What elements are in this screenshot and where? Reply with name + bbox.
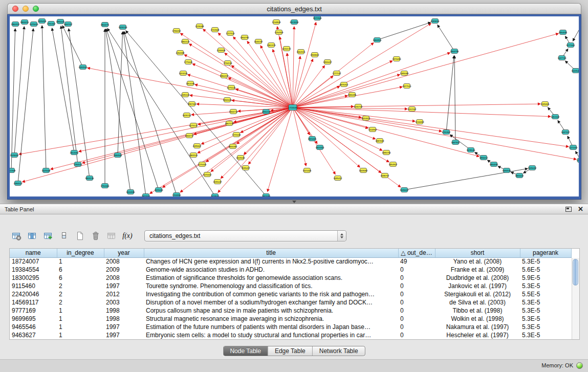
table-cell[interactable]: 1 [57, 315, 104, 323]
network-edge[interactable] [211, 107, 293, 171]
tab-node-table[interactable]: Node Table [223, 346, 268, 356]
table-cell[interactable]: 0 [398, 274, 435, 282]
network-node[interactable]: 7619544 [210, 194, 220, 197]
table-row[interactable]: 946362711997Embryonic stem cells: a mode… [10, 331, 571, 339]
network-edge[interactable] [293, 27, 294, 107]
network-node[interactable]: 1254309 [274, 30, 284, 35]
network-edge[interactable] [218, 107, 293, 192]
network-node[interactable]: 9245032 [528, 166, 537, 170]
network-node[interactable]: 9277401 [566, 43, 575, 48]
network-node[interactable]: 9900487 [228, 144, 237, 149]
network-node[interactable]: 3867212 [225, 121, 234, 126]
network-node[interactable]: 1160742 [354, 104, 363, 109]
network-node[interactable]: 1451542 [551, 115, 560, 119]
network-node[interactable]: 7225402 [203, 172, 212, 177]
table-row[interactable]: 969969511998Structural magnetic resonanc… [10, 315, 571, 323]
table-cell[interactable]: 6 [57, 266, 104, 274]
network-node[interactable]: 2185102 [181, 93, 190, 97]
network-node[interactable]: 7625443 [154, 188, 163, 192]
table-cell[interactable]: Investigating the contribution of common… [144, 290, 398, 298]
table-cell[interactable]: 49 [398, 257, 435, 266]
network-node[interactable]: 1954091 [558, 30, 568, 35]
network-node[interactable]: 1724043 [288, 105, 297, 111]
network-node[interactable]: 1626151 [182, 113, 191, 118]
table-cell[interactable]: 18300295 [10, 274, 57, 282]
table-cell[interactable]: Corpus callosum shape and size in male p… [144, 307, 398, 315]
table-cell[interactable]: Jankovic et al. (1997) [435, 282, 520, 290]
table-cell[interactable]: 9115460 [10, 282, 57, 290]
network-node[interactable]: 1705956 [172, 193, 181, 197]
network-edge[interactable] [293, 87, 402, 107]
table-cell[interactable]: 1 [57, 331, 104, 339]
network-edge[interactable] [206, 107, 293, 162]
network-edge[interactable] [573, 22, 579, 41]
column-header-out_de[interactable]: △ out_de… [398, 249, 435, 257]
network-edge[interactable] [293, 56, 300, 107]
network-edge[interactable] [260, 46, 293, 107]
tab-network-table[interactable]: Network Table [312, 346, 365, 356]
network-node[interactable]: 2060504 [113, 153, 122, 158]
table-cell[interactable]: 5.3E-5 [520, 282, 571, 290]
network-node[interactable]: 1695412 [333, 176, 342, 181]
network-edge[interactable] [123, 32, 146, 196]
network-edge[interactable] [293, 59, 313, 107]
network-edge[interactable] [293, 104, 540, 107]
new-column-icon[interactable] [74, 230, 86, 242]
network-node[interactable]: 1775441 [184, 60, 193, 64]
table-cell[interactable]: 19384554 [10, 266, 57, 274]
network-edge[interactable] [194, 107, 293, 135]
table-row[interactable]: 1456911722003Disruption of a novel membe… [10, 298, 571, 307]
network-node[interactable]: 1754134 [223, 61, 232, 65]
table-cell[interactable]: 2008 [104, 257, 144, 266]
network-edge[interactable] [293, 107, 576, 159]
network-node[interactable]: 1694532 [502, 168, 511, 173]
function-builder-icon[interactable]: f(x) [121, 230, 134, 242]
network-node[interactable]: 2260588 [176, 51, 185, 55]
network-node[interactable]: 1512162 [407, 107, 417, 112]
network-node[interactable]: 4275126 [227, 85, 236, 90]
network-node[interactable]: 1804271 [100, 23, 110, 27]
network-node[interactable]: 1854790 [240, 35, 249, 40]
network-node[interactable]: 1959822 [310, 53, 319, 57]
column-header-pagerank[interactable]: pagerank [520, 249, 571, 257]
column-header-year[interactable]: year [104, 249, 144, 257]
table-cell[interactable]: 0 [398, 307, 435, 315]
table-cell[interactable]: Wolkin et al. (1998) [435, 315, 520, 323]
network-node[interactable]: 1698757 [380, 173, 389, 178]
table-cell[interactable]: 1 [57, 307, 104, 315]
network-edge[interactable] [62, 26, 83, 67]
table-cell[interactable]: 2008 [104, 274, 144, 282]
network-node[interactable]: 1814186 [186, 81, 195, 86]
table-row[interactable]: 911546021997Tourette syndrome. Phenomeno… [10, 282, 571, 290]
network-node[interactable]: 2226088 [195, 24, 204, 29]
table-row[interactable]: 2242004622012Investigating the contribut… [10, 290, 571, 298]
network-node[interactable]: 9905135 [85, 176, 94, 181]
network-node[interactable]: 1097327 [561, 130, 570, 135]
network-node[interactable]: 1027743 [557, 56, 567, 60]
network-node[interactable]: 9245012 [400, 188, 409, 192]
network-node[interactable]: 1643540 [571, 69, 579, 73]
network-node[interactable]: 1864410 [20, 20, 29, 25]
network-edge[interactable] [293, 107, 569, 147]
network-edge[interactable] [184, 55, 293, 107]
network-node[interactable]: 1877510 [402, 84, 411, 89]
network-edge[interactable] [293, 65, 325, 107]
network-node[interactable]: 1646187 [254, 39, 263, 44]
network-node[interactable]: 1777147 [332, 71, 341, 76]
table-cell[interactable]: 0 [398, 323, 435, 331]
network-node[interactable]: 1955427 [323, 60, 332, 64]
network-edge[interactable] [126, 31, 266, 196]
table-cell[interactable]: Yano et al. (2008) [435, 257, 520, 266]
network-edge[interactable] [124, 32, 177, 195]
network-node[interactable]: 1626133 [118, 25, 127, 30]
close-panel-icon[interactable]: ✕ [578, 206, 583, 212]
network-node[interactable]: 1832022 [223, 98, 232, 102]
network-node[interactable]: 1722608 [210, 28, 220, 32]
tab-edge-table[interactable]: Edge Table [268, 346, 312, 356]
network-node[interactable]: 1725440 [198, 162, 207, 167]
table-cell[interactable]: 0 [398, 282, 435, 290]
network-node[interactable]: 1830222 [262, 110, 271, 114]
network-node[interactable]: 1927054 [141, 194, 150, 197]
network-edge[interactable] [105, 29, 130, 192]
table-cell[interactable]: Dudbridge et al. (2008) [435, 274, 520, 282]
